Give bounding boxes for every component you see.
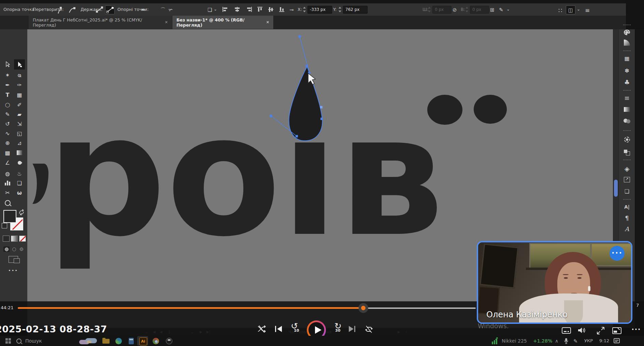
panel-menu-icon[interactable]: ≡ — [585, 7, 590, 14]
search-label[interactable]: Пошук — [25, 338, 42, 344]
align-left-icon[interactable] — [223, 7, 229, 12]
repeat-off-icon[interactable] — [364, 325, 373, 333]
panel-color[interactable] — [619, 28, 635, 37]
panel-glyphs[interactable]: A — [619, 224, 635, 233]
align-bottom-icon[interactable] — [279, 7, 285, 12]
grip-handle[interactable] — [623, 25, 631, 25]
panel-stroke[interactable]: ≡ — [619, 93, 635, 102]
edge-icon[interactable] — [115, 338, 122, 344]
teardrop-shape[interactable] — [289, 66, 322, 141]
scale-tool[interactable]: ⇲ — [14, 119, 25, 128]
align-top-icon[interactable] — [257, 7, 263, 12]
x-stepper[interactable] — [303, 6, 306, 13]
pip-button[interactable] — [612, 327, 621, 334]
tab-poster-document[interactable]: Плакат День Г НебСотні_2025.ai* @ 25 % (… — [29, 16, 172, 29]
panel-symbols[interactable]: ♣ — [619, 78, 635, 87]
swap-fill-stroke-icon[interactable] — [18, 209, 25, 215]
next-button[interactable] — [349, 326, 358, 332]
handle-end-left[interactable] — [270, 115, 272, 117]
search-icon[interactable] — [16, 339, 22, 344]
panel-color-guide[interactable] — [619, 38, 635, 47]
tile-options-button[interactable]: ••• — [610, 246, 625, 261]
panel-paragraph[interactable]: ¶ — [619, 213, 635, 222]
fill-gradient-mode-button[interactable] — [11, 236, 18, 242]
grip-handle[interactable] — [623, 130, 631, 131]
progress-played[interactable] — [18, 307, 359, 309]
transform-panel-icon[interactable]: ⊞ — [490, 7, 495, 13]
panel-appearance[interactable] — [619, 135, 635, 144]
curvature-tool[interactable]: ✑ — [14, 80, 25, 89]
player-more-icon[interactable]: ••• — [631, 327, 641, 332]
notification-center-icon[interactable] — [614, 338, 620, 343]
start-button[interactable] — [5, 338, 11, 344]
panel-swatches[interactable]: ▦ — [619, 54, 635, 63]
weather-widget[interactable] — [78, 337, 99, 345]
cut-path-icon[interactable]: ✃ — [169, 7, 173, 13]
language-indicator[interactable]: УКР — [584, 338, 593, 343]
dock-panels-button[interactable]: ◫ — [566, 5, 575, 14]
toolbar-more-icon[interactable]: ••• — [8, 268, 18, 273]
previous-button[interactable] — [275, 326, 284, 332]
add-anchor-pen-icon[interactable]: ✒ — [141, 7, 146, 13]
anchor-top-point[interactable] — [305, 65, 308, 67]
volume-icon[interactable] — [577, 327, 586, 334]
pen-input-icon[interactable]: ✎ — [573, 338, 578, 344]
arc-tool-icon[interactable]: ⌒ — [160, 7, 166, 13]
tab1-close-icon[interactable]: ✕ — [165, 20, 168, 25]
shaper-tool[interactable]: ✎ — [2, 110, 13, 119]
calculator-icon[interactable] — [129, 338, 134, 344]
obs-icon[interactable] — [166, 338, 172, 344]
direct-selection-tool[interactable] — [14, 59, 25, 70]
blend-tool[interactable]: ◍ — [2, 169, 13, 178]
progress-handle[interactable] — [358, 303, 368, 313]
ellipse-tool[interactable]: ◯ — [2, 100, 13, 109]
forward-30-button[interactable]: ↻ 30 — [333, 322, 345, 334]
perspective-grid-tool[interactable]: ⊿ — [14, 138, 25, 147]
grip-handle[interactable] — [623, 50, 631, 51]
y-value-field[interactable]: 762 px — [343, 6, 368, 14]
shear-tool[interactable]: ∠ — [2, 158, 13, 167]
zoom-tool[interactable] — [2, 198, 13, 207]
artboard-tool[interactable]: ❏ — [14, 179, 25, 187]
tab2-close-icon[interactable]: ✕ — [266, 20, 269, 25]
fill-none-mode-button[interactable] — [19, 236, 26, 242]
type-tool[interactable]: T — [2, 90, 13, 99]
column-graph-tool[interactable] — [2, 179, 13, 187]
shape-builder-tool[interactable]: ⊕ — [2, 138, 13, 147]
grip-handle[interactable] — [623, 199, 631, 200]
slice-tool[interactable]: ✂ — [2, 188, 13, 197]
draw-normal-mode-button[interactable] — [3, 246, 10, 252]
chrome-icon[interactable] — [153, 338, 159, 344]
symbol-sprayer-tool[interactable]: ♨ — [14, 169, 25, 178]
show-handles-button[interactable] — [105, 5, 115, 14]
rotate-tool[interactable]: ↺ — [2, 119, 13, 128]
convert-to-smooth-icon[interactable] — [68, 6, 76, 14]
rewind-10-button[interactable]: ↺ 10 — [291, 322, 302, 334]
fullscreen-icon[interactable] — [597, 327, 605, 335]
rectangular-grid-tool[interactable]: ▦ — [14, 90, 25, 99]
panel-layers[interactable]: ◈ — [619, 164, 635, 173]
tab-untitled-document[interactable]: Без назви-1* @ 400 % (RGB/Перегляд) ✕ — [172, 16, 274, 29]
edit-toolbar-icon[interactable]: ✎ — [499, 7, 503, 13]
edit-chevron-icon[interactable]: ⌄ — [506, 7, 510, 12]
mesh-tool[interactable]: ▩ — [2, 148, 13, 157]
stock-name[interactable]: Nikkei 225 — [502, 338, 527, 344]
hide-handles-button[interactable] — [95, 5, 104, 14]
stock-widget-icon[interactable]: ↗ — [492, 337, 499, 344]
lasso-tool[interactable]: ҩ — [14, 71, 25, 79]
free-transform-tool[interactable]: ◱ — [14, 129, 25, 138]
anchor-bottom-left[interactable] — [296, 135, 298, 137]
illustrator-app-icon[interactable]: Ai — [139, 337, 147, 345]
measure-icon[interactable]: ⊸ — [289, 7, 294, 13]
tray-chevron-icon[interactable]: ∧ — [555, 338, 558, 344]
fill-color-mode-button[interactable] — [3, 236, 10, 242]
panel-brushes[interactable]: ✽ — [619, 66, 635, 75]
subtitles-button[interactable] — [562, 327, 571, 334]
pen-tool[interactable]: ✒ — [2, 80, 13, 89]
grip-handle[interactable] — [623, 160, 631, 160]
paintbrush-tool[interactable]: ✐ — [14, 100, 25, 109]
magic-wand-tool[interactable]: ✶ — [2, 71, 13, 79]
hand-tool[interactable]: ω — [14, 188, 25, 197]
draw-behind-mode-button[interactable] — [11, 246, 17, 252]
y-stepper[interactable] — [339, 6, 342, 13]
